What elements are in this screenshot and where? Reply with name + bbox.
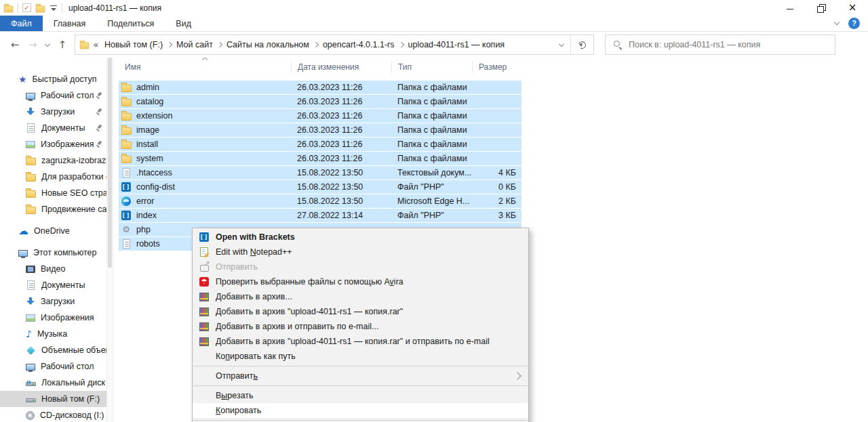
sidebar-item-pictures[interactable]: Изображения (0, 136, 106, 152)
sidebar-item-label: Документы (41, 123, 96, 133)
tab-home[interactable]: Главная (43, 16, 97, 31)
file-row-image[interactable]: image26.03.2023 11:26Папка с файлами (119, 123, 521, 138)
qat-properties-icon[interactable] (22, 3, 31, 12)
file-row-install[interactable]: install26.03.2023 11:26Папка с файлами (119, 138, 521, 152)
close-button[interactable]: × (837, 0, 868, 16)
column-header-type[interactable]: Тип (391, 61, 472, 73)
tab-share[interactable]: Поделиться (96, 16, 165, 31)
menu-item-winrar-add[interactable]: Добавить в архив... (193, 289, 528, 304)
file-row-config-dist[interactable]: config-dist15.08.2022 13:50Файл "PHP"0 К… (119, 180, 521, 194)
novye-seo-icon (26, 190, 36, 198)
search-input[interactable] (629, 40, 835, 49)
sidebar-item-videos[interactable]: Видео (0, 261, 106, 277)
window-title: upload-4011-rs1 — копия (68, 3, 161, 13)
sidebar-item-prodvizhenie[interactable]: Продвижение сайт (0, 201, 106, 217)
file-row-extension[interactable]: extension26.03.2023 11:26Папка с файлами (119, 109, 521, 123)
expand-ribbon-icon[interactable] (834, 20, 840, 25)
sidebar-item-desktop[interactable]: Рабочий стол (0, 87, 106, 104)
sidebar-item-new-volume-f[interactable]: Новый том (F:) (0, 391, 106, 407)
menu-icon-slot (199, 291, 210, 302)
file-row-catalog[interactable]: catalog26.03.2023 11:26Папка с файлами (119, 95, 521, 109)
menu-item-copy[interactable]: Копировать (193, 403, 528, 418)
breadcrumb-item-3[interactable]: opencart-4.0.1.1-rs (318, 35, 399, 54)
breadcrumb-item-0[interactable]: Новый том (F:) (100, 35, 167, 54)
sidebar-item-local-disk-c[interactable]: Локальный диск (C (0, 375, 106, 391)
system-file-icon (121, 156, 132, 163)
back-button[interactable]: ← (7, 37, 23, 53)
accelerator-char: v (390, 277, 394, 287)
scrollbar-thumb[interactable] (108, 58, 112, 268)
videos-icon (26, 266, 35, 273)
sidebar-item-label: Продвижение сайт (41, 205, 106, 214)
refresh-button[interactable] (570, 35, 593, 54)
breadcrumb-item-2[interactable]: Сайты на локальном (222, 35, 314, 54)
sidebar-item-pictures-pc[interactable]: Изображения (0, 310, 106, 326)
file-name: extension (134, 111, 291, 121)
tab-file[interactable]: Файл (0, 16, 43, 31)
sidebar-item-3d-objects[interactable]: Объемные объект (0, 342, 106, 358)
menu-item-cut[interactable]: Вырезать (193, 388, 528, 403)
file-row-htaccess[interactable]: .htaccess15.08.2022 13:50Текстовый докум… (119, 166, 521, 180)
sidebar-section-label: Этот компьютер (33, 248, 106, 257)
menu-item-winrar-add-email[interactable]: Добавить в архив и отправить по e-mail..… (193, 319, 528, 334)
file-icon-cell (119, 125, 134, 135)
minimize-button[interactable] (774, 0, 806, 16)
menu-icon-slot (199, 232, 210, 242)
sidebar-scrollbar[interactable] (106, 58, 113, 422)
menu-item-winrar-add-named[interactable]: Добавить в архив "upload-4011-rs1 — копи… (193, 304, 528, 319)
sidebar-item-downloads[interactable]: Загрузки (0, 104, 106, 120)
file-row-system[interactable]: system26.03.2023 11:26Папка с файлами (119, 152, 521, 166)
sidebar-item-novye-seo[interactable]: Новые SEO страни (0, 185, 106, 201)
menu-item-avira-scan[interactable]: Проверить выбранные файлы с помощью Avir… (193, 274, 528, 289)
sidebar-item-music[interactable]: Музыка (0, 326, 106, 342)
menu-item-send-to[interactable]: Отправить (193, 368, 528, 383)
window-folder-icon (4, 5, 14, 12)
breadcrumb-item-4[interactable]: upload-4011-rs1 — копия (403, 35, 510, 54)
sidebar-item-label: Документы (41, 280, 106, 290)
search-box[interactable] (605, 35, 835, 55)
qat-new-folder-icon[interactable] (36, 5, 45, 12)
sidebar-item-label: Музыка (37, 329, 106, 339)
file-row-admin[interactable]: admin26.03.2023 11:26Папка с файлами (119, 81, 521, 95)
ribbon-tabs: ФайлГлавнаяПоделитьсяВид (0, 16, 202, 31)
qat-customize-icon[interactable] (50, 4, 58, 12)
file-type: Текстовый докум... (391, 168, 472, 177)
pin-icon (96, 124, 104, 132)
up-button[interactable]: ↑ (54, 37, 71, 53)
help-icon[interactable] (848, 18, 860, 29)
menu-item-edit-with-notepadpp[interactable]: Edit with Notepad++ (193, 245, 528, 259)
sidebar-item-dlya-razrabotki[interactable]: Для разработки са (0, 169, 106, 185)
sidebar-section-label: Быстрый доступ (33, 75, 106, 84)
sidebar-item-desktop-pc[interactable]: Рабочий стол (0, 358, 106, 375)
pin-icon (96, 91, 104, 100)
file-row-error[interactable]: error15.08.2022 13:50Microsoft Edge H...… (119, 194, 521, 209)
sidebar-section-quick-access[interactable]: Быстрый доступ (0, 71, 106, 87)
sidebar-section-onedrive[interactable]: OneDrive (0, 223, 106, 239)
menu-item-winrar-add-named-email[interactable]: Добавить в архив "upload-4011-rs1 — копи… (193, 334, 528, 349)
sidebar-item-zagruzka-izobrazhe[interactable]: zagruzka-izobrazhe (0, 152, 106, 169)
column-header-size[interactable]: Размер (472, 61, 521, 73)
sidebar-item-cd-drive-i[interactable]: CD-дисковод (I:) (0, 407, 106, 422)
forward-button[interactable]: → (24, 37, 41, 53)
new-volume-f-icon (26, 398, 36, 402)
breadcrumb-overflow[interactable]: « (90, 40, 100, 49)
column-header-name[interactable]: Имя (119, 61, 291, 73)
breadcrumb-item-1[interactable]: Мой сайт (172, 35, 218, 54)
sidebar-item-documents[interactable]: Документы (0, 120, 106, 136)
sidebar-item-label: CD-дисковод (I:) (40, 410, 106, 420)
prodvizhenie-icon (26, 207, 36, 214)
address-bar[interactable]: «Новый том (F:)Мой сайтСайты на локально… (75, 35, 594, 55)
column-header-date[interactable]: Дата изменения (291, 61, 391, 73)
menu-item-open-with-brackets[interactable]: Open with Brackets (193, 230, 528, 245)
context-menu: Open with BracketsEdit with Notepad++Отп… (192, 228, 529, 422)
recent-locations-button[interactable] (42, 37, 53, 53)
file-row-index[interactable]: index27.08.2022 13:14Файл "PHP"3 КБ (119, 209, 521, 223)
tab-view[interactable]: Вид (165, 16, 202, 31)
sidebar-item-downloads-pc[interactable]: Загрузки (0, 293, 106, 310)
accelerator-char: К (216, 406, 220, 415)
sidebar-section-this-pc[interactable]: Этот компьютер (0, 245, 106, 261)
sidebar-item-documents-pc[interactable]: Документы (0, 277, 106, 293)
address-dropdown-button[interactable] (553, 35, 570, 54)
menu-item-copy-as-path[interactable]: Копировать как путь (193, 349, 528, 364)
restore-button[interactable] (806, 0, 837, 16)
